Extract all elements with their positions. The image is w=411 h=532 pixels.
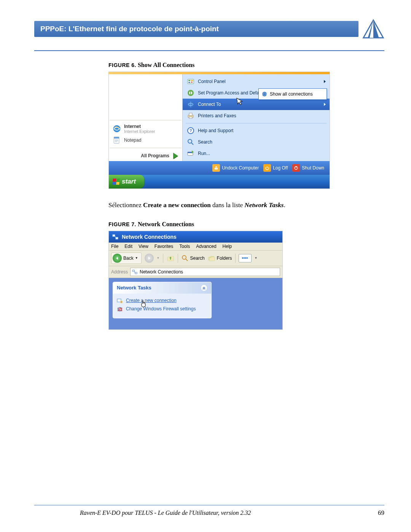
startmenu-bottom-bar: Undock Computer Log Off Shut Down [109, 161, 330, 175]
search-icon [186, 138, 195, 146]
search-item[interactable]: Search [183, 136, 330, 148]
connect-to-icon [186, 100, 195, 109]
address-field[interactable]: Network Connections [130, 268, 280, 276]
all-programs[interactable]: All Programs [112, 150, 179, 160]
search-icon [181, 254, 189, 262]
notepad-icon [113, 136, 121, 144]
run-icon [186, 149, 195, 158]
footer-text: Raven-E EV-DO pour TELUS - Le Guide de l… [80, 510, 251, 516]
shutdown-icon [292, 164, 300, 172]
connect-to-flyout: Show all connections [258, 88, 327, 100]
svg-rect-35 [116, 237, 118, 239]
menu-help[interactable]: Help [223, 244, 232, 249]
svg-rect-20 [189, 117, 192, 118]
menu-advanced[interactable]: Advanced [196, 244, 216, 249]
page-number: 69 [378, 509, 384, 517]
collapse-icon [201, 284, 207, 291]
network-tasks-panel: Network Tasks Create a new connection [113, 282, 212, 318]
back-icon [113, 254, 122, 263]
views-button[interactable] [239, 254, 252, 262]
back-button[interactable]: Back ▼ [111, 252, 142, 264]
printer-icon [186, 112, 195, 120]
toolbar: Back ▼ ▼ Search Folders [109, 251, 282, 266]
svg-rect-5 [114, 137, 119, 139]
svg-line-44 [134, 271, 135, 273]
svg-marker-29 [215, 166, 217, 168]
menu-tools[interactable]: Tools [179, 244, 190, 249]
svg-rect-11 [191, 80, 193, 81]
page-title-bar: PPPoE: L'Ethernet fini de protocole de p… [34, 21, 358, 37]
undock-button[interactable]: Undock Computer [212, 164, 259, 172]
instruction-paragraph: Sélectionnez Create a new connection dan… [108, 200, 384, 210]
svg-line-41 [186, 259, 188, 261]
forward-button[interactable] [145, 254, 154, 263]
firewall-icon [117, 306, 123, 312]
logo-icon [362, 19, 384, 39]
shutdown-button[interactable]: Shut Down [292, 164, 324, 172]
search-button[interactable]: Search [181, 254, 205, 262]
chevron-right-icon [324, 80, 326, 83]
svg-rect-34 [113, 235, 115, 236]
show-all-connections-item[interactable]: Show all connections [260, 90, 325, 98]
svg-rect-12 [188, 82, 190, 83]
program-access-icon [186, 89, 195, 97]
create-new-connection-link[interactable]: Create a new connection [117, 297, 207, 305]
undock-icon [212, 164, 220, 172]
chevron-right-icon [324, 103, 326, 106]
ie-icon [113, 125, 121, 133]
svg-rect-28 [215, 168, 218, 169]
menu-file[interactable]: File [111, 244, 118, 249]
svg-point-23 [188, 139, 192, 143]
network-tasks-header[interactable]: Network Tasks [113, 282, 211, 294]
menubar: File Edit View Favorites Tools Advanced … [109, 243, 282, 251]
cursor-hand-icon [140, 300, 147, 309]
control-panel-icon [186, 77, 195, 86]
svg-rect-16 [190, 90, 191, 96]
svg-rect-10 [188, 80, 190, 81]
footer-divider [34, 505, 384, 505]
svg-point-32 [262, 92, 267, 96]
svg-rect-42 [132, 270, 134, 272]
svg-rect-9 [188, 79, 194, 84]
figure7-caption: FIGURE 7. Network Connections [108, 221, 384, 228]
figure6-caption: FIGURE 6. Show All Connections [108, 62, 384, 69]
new-connection-icon [117, 298, 123, 304]
svg-text:?: ? [190, 128, 192, 133]
arrow-right-icon [173, 153, 178, 159]
network-connections-icon [112, 233, 119, 240]
window-titlebar: Network Connections [109, 231, 282, 243]
network-icon [261, 91, 268, 97]
logoff-icon [263, 164, 271, 172]
menu-edit[interactable]: Edit [124, 244, 132, 249]
start-button[interactable]: start [109, 175, 144, 189]
startmenu-screenshot: Internet Internet Explorer Notepad All P… [108, 72, 330, 189]
menu-view[interactable]: View [139, 244, 148, 249]
help-icon: ? [186, 126, 195, 135]
change-firewall-link[interactable]: Change Windows Firewall settings [117, 305, 207, 313]
folders-button[interactable]: Folders [208, 254, 232, 262]
taskbar: start [109, 175, 330, 189]
address-icon [132, 269, 137, 275]
svg-marker-38 [148, 257, 150, 260]
svg-line-36 [115, 236, 116, 238]
svg-line-24 [191, 143, 193, 145]
svg-rect-19 [189, 113, 192, 115]
folders-icon [208, 254, 215, 262]
printers-faxes-item[interactable]: Printers and Faxes [183, 110, 330, 121]
windows-flag-icon [112, 179, 120, 185]
up-folder-button[interactable] [166, 254, 175, 262]
startmenu-notepad[interactable]: Notepad [112, 135, 179, 145]
svg-point-13 [191, 81, 193, 83]
address-bar: Address Network Connections [109, 266, 282, 278]
connect-to-item[interactable]: Connect To [183, 99, 330, 110]
svg-rect-43 [135, 272, 137, 274]
help-support-item[interactable]: ? Help and Support [183, 125, 330, 136]
startmenu-internet[interactable]: Internet Internet Explorer [112, 123, 179, 135]
svg-point-40 [182, 256, 186, 259]
menu-favorites[interactable]: Favorites [155, 244, 173, 249]
network-connections-window: Network Connections File Edit View Favor… [108, 231, 283, 330]
logoff-button[interactable]: Log Off [263, 164, 288, 172]
svg-marker-37 [116, 257, 118, 260]
run-item[interactable]: Run... [183, 148, 330, 159]
control-panel-item[interactable]: Control Panel [183, 76, 330, 87]
